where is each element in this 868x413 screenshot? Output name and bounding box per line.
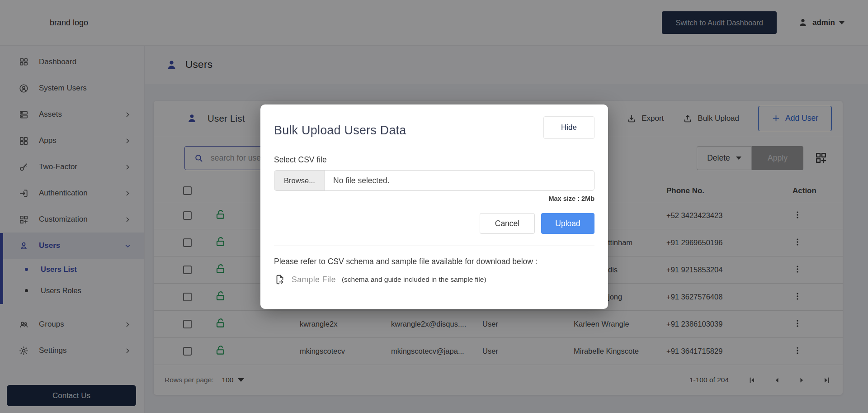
modal-title: Bulk Upload Users Data [274,123,406,138]
upload-button[interactable]: Upload [541,213,594,234]
file-status-text: No file selected. [325,171,390,190]
divider [274,246,594,246]
csv-file-download-icon [274,274,286,285]
hide-button[interactable]: Hide [543,116,594,139]
cancel-button[interactable]: Cancel [480,213,535,234]
sample-file-note: (schema and guide included in the sample… [342,275,486,284]
csv-refer-text: Please refer to CSV schema and sample fi… [274,257,594,266]
select-csv-label: Select CSV file [274,155,594,165]
max-size-note: Max size : 2Mb [274,195,594,202]
bulk-upload-modal: Bulk Upload Users Data Hide Select CSV f… [260,104,608,309]
sample-file-link[interactable]: Sample File [292,275,336,285]
browse-button[interactable]: Browse... [274,171,325,190]
csv-file-input[interactable]: Browse... No file selected. [274,170,594,191]
